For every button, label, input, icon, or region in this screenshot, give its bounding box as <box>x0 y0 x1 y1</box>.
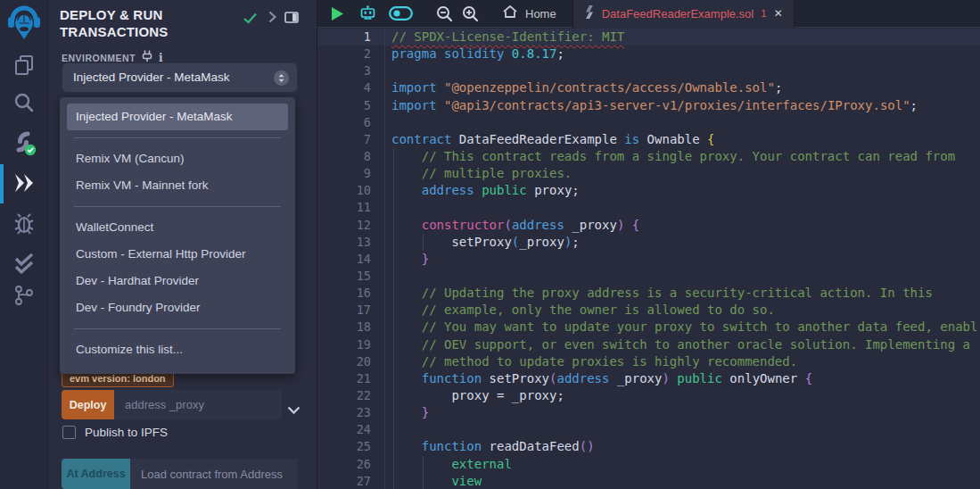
line-number: 17 <box>317 302 371 319</box>
solidity-compiler-icon[interactable] <box>0 131 47 156</box>
code-line[interactable]: 7contract DataFeedReaderExample is Ownab… <box>317 131 980 148</box>
code-line[interactable]: 14 } <box>317 251 980 268</box>
environment-dropdown-menu: Injected Provider - MetaMaskRemix VM (Ca… <box>60 97 295 374</box>
code-line[interactable]: 9 // multiple proxies. <box>317 165 980 182</box>
tab-file-label: DataFeedReaderExample.sol <box>602 7 754 21</box>
code-line[interactable]: 17 // example, only the owner is allowed… <box>317 302 980 319</box>
code-line[interactable]: 12 constructor(address _proxy) { <box>317 217 980 234</box>
select-toggle-icon <box>274 70 289 89</box>
indent-guide <box>423 456 424 489</box>
line-number: 5 <box>317 97 371 114</box>
line-number: 19 <box>317 336 371 353</box>
line-number: 9 <box>317 165 371 182</box>
home-icon <box>502 4 518 22</box>
deploy-args-input[interactable] <box>114 390 282 419</box>
publish-ipfs-label: Publish to IPFS <box>85 426 168 439</box>
code-line[interactable]: 2pragma solidity 0.8.17; <box>317 46 980 62</box>
line-number: 16 <box>317 285 371 302</box>
indent-guide <box>393 148 394 489</box>
line-number: 23 <box>317 404 371 421</box>
line-number: 26 <box>317 456 371 473</box>
code-line[interactable]: 22 proxy = _proxy; <box>317 387 980 404</box>
code-line[interactable]: 25 function readDataFeed() <box>317 438 980 455</box>
line-number: 6 <box>317 114 371 131</box>
tab-file-active[interactable]: DataFeedReaderExample.sol 1 ✕ <box>572 0 795 28</box>
code-line[interactable]: 23 } <box>317 404 980 421</box>
line-number: 7 <box>317 131 371 148</box>
copilot-toggle-icon[interactable] <box>389 6 413 21</box>
solidity-file-icon <box>584 5 595 22</box>
dropdown-item[interactable]: WalletConnect <box>60 214 295 241</box>
dropdown-divider <box>74 137 281 138</box>
line-number: 15 <box>317 268 371 285</box>
code-line[interactable]: 10 address public proxy; <box>317 182 980 199</box>
debugger-icon[interactable] <box>0 212 47 236</box>
publish-ipfs-checkbox[interactable] <box>62 426 76 439</box>
code-line[interactable]: 11 <box>317 199 980 216</box>
line-number: 12 <box>317 217 371 234</box>
line-number: 24 <box>317 421 371 438</box>
zoom-out-icon[interactable] <box>436 5 453 22</box>
dropdown-item[interactable]: Dev - Foundry Provider <box>60 294 295 321</box>
code-line[interactable]: 4import "@openzeppelin/contracts/access/… <box>317 79 980 96</box>
line-number: 22 <box>317 387 371 404</box>
dropdown-divider <box>74 206 281 207</box>
unit-testing-icon[interactable] <box>0 253 47 275</box>
at-address-input[interactable] <box>130 459 298 489</box>
tab-close-icon[interactable]: ✕ <box>774 7 783 20</box>
search-icon[interactable] <box>0 92 47 113</box>
gutter-divider <box>384 29 385 489</box>
at-address-button[interactable]: At Address <box>62 459 130 489</box>
dropdown-item[interactable]: Injected Provider - MetaMask <box>67 104 288 130</box>
code-line[interactable]: 26 external <box>317 456 980 473</box>
expand-panel-icon[interactable] <box>268 11 276 27</box>
activity-bar <box>0 0 48 489</box>
code-editor-pane: Home DataFeedReaderExample.sol 1 ✕ 1// S… <box>317 0 980 489</box>
remix-logo[interactable] <box>0 5 47 41</box>
code-line[interactable]: 19 // OEV support, or even switch to ano… <box>317 336 980 353</box>
dropdown-item[interactable]: Remix VM - Mainnet fork <box>60 172 295 199</box>
code-line[interactable]: 21 function setProxy(address _proxy) pub… <box>317 370 980 387</box>
deploy-button[interactable]: Deploy <box>62 390 114 419</box>
code-line[interactable]: 16 // Updating the proxy address is a se… <box>317 285 980 302</box>
dropdown-item[interactable]: Remix VM (Cancun) <box>60 145 295 172</box>
line-number: 3 <box>317 62 371 79</box>
code-line[interactable]: 3 <box>317 62 980 79</box>
code-line[interactable]: 5import "@api3/contracts/api3-server-v1/… <box>317 97 980 114</box>
run-script-icon[interactable] <box>332 7 343 21</box>
file-explorer-icon[interactable] <box>0 54 47 78</box>
expand-constructor-args-icon[interactable] <box>287 402 301 418</box>
line-number: 4 <box>317 79 371 96</box>
code-line[interactable]: 24 <box>317 421 980 438</box>
deploy-run-icon[interactable] <box>0 171 47 195</box>
code-line[interactable]: 15 <box>317 268 980 285</box>
line-number: 21 <box>317 370 371 387</box>
dropdown-item[interactable]: Customize this list... <box>60 336 295 363</box>
line-number: 27 <box>317 473 371 489</box>
git-icon[interactable] <box>0 284 47 307</box>
code-line[interactable]: 27 view <box>317 473 980 489</box>
code-line[interactable]: 18 // You may want to update your proxy … <box>317 319 980 336</box>
code-line[interactable]: 8 // This contract reads from a single p… <box>317 148 980 165</box>
code-editor[interactable]: 1// SPDX-License-Identifier: MIT2pragma … <box>317 29 980 489</box>
line-number: 10 <box>317 182 371 199</box>
ai-robot-icon[interactable] <box>359 5 376 22</box>
code-line[interactable]: 6 <box>317 114 980 131</box>
panel-title: DEPLOY & RUN TRANSACTIONS <box>60 6 225 40</box>
code-line[interactable]: 1// SPDX-License-Identifier: MIT <box>317 29 980 46</box>
line-number: 8 <box>317 148 371 165</box>
line-number: 25 <box>317 438 371 455</box>
environment-select[interactable]: Injected Provider - MetaMask <box>62 62 298 93</box>
code-line[interactable]: 20 // method to update proxies is highly… <box>317 353 980 370</box>
tab-home[interactable]: Home <box>491 0 567 28</box>
dropdown-item[interactable]: Custom - External Http Provider <box>60 241 295 268</box>
environment-select-value: Injected Provider - MetaMask <box>73 63 230 92</box>
status-check-icon <box>243 12 257 28</box>
pin-panel-icon[interactable] <box>284 11 299 27</box>
tab-home-label: Home <box>525 7 556 21</box>
code-line[interactable]: 13 setProxy(_proxy); <box>317 234 980 251</box>
tab-error-badge: 1 <box>761 8 766 19</box>
dropdown-item[interactable]: Dev - Hardhat Provider <box>60 268 295 294</box>
line-number: 14 <box>317 251 371 268</box>
zoom-in-icon[interactable] <box>462 5 479 22</box>
